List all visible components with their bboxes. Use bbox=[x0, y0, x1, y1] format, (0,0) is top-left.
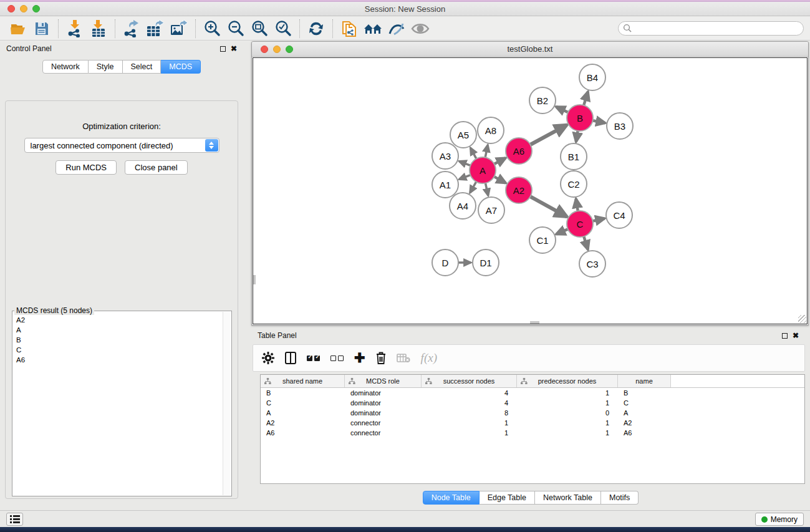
table-cell[interactable]: dominator bbox=[345, 399, 422, 407]
graph-edge-A-A1[interactable] bbox=[459, 175, 470, 180]
table-cell[interactable]: 1 bbox=[517, 399, 618, 407]
export-network-icon[interactable] bbox=[120, 19, 143, 39]
graph-edge-A-A8[interactable] bbox=[485, 145, 488, 158]
graph-edge-B-B1[interactable] bbox=[576, 131, 578, 142]
table-cell[interactable]: A2 bbox=[618, 419, 671, 427]
network-canvas[interactable]: B4B2BB3A5A8A6A3B1AA1C2A2A4A7CC4C1C3DD1 bbox=[253, 57, 808, 324]
birds-eye-view-icon[interactable] bbox=[408, 19, 432, 39]
table-cell[interactable]: 1 bbox=[517, 389, 618, 397]
resize-grip[interactable] bbox=[798, 315, 806, 323]
new-column-icon[interactable]: ✚ bbox=[354, 351, 365, 365]
graph-edge-A-A7[interactable] bbox=[485, 183, 488, 196]
graph-edge-C-C3[interactable] bbox=[584, 236, 588, 249]
tab-style[interactable]: Style bbox=[89, 60, 123, 74]
graph-node-D1[interactable]: D1 bbox=[472, 249, 499, 276]
table-row[interactable]: A6connector11A6 bbox=[261, 428, 804, 438]
memory-button[interactable]: Memory bbox=[755, 513, 804, 526]
table-cell[interactable]: 1 bbox=[422, 419, 517, 427]
graph-node-A2[interactable]: A2 bbox=[505, 177, 533, 204]
import-table-icon[interactable] bbox=[87, 19, 110, 39]
tab-motifs[interactable]: Motifs bbox=[601, 491, 639, 505]
close-panel-icon[interactable]: ✖ bbox=[231, 46, 237, 52]
column-header-MCDS-role[interactable]: MCDS role bbox=[345, 375, 422, 387]
close-panel-button[interactable]: Close panel bbox=[125, 160, 188, 175]
graphics-details-icon[interactable] bbox=[385, 19, 408, 39]
table-cell[interactable]: 4 bbox=[422, 399, 517, 407]
graph-node-C1[interactable]: C1 bbox=[529, 226, 556, 254]
zoom-network-button[interactable] bbox=[286, 46, 293, 53]
mcds-result-list[interactable]: A2ABCA6 bbox=[13, 312, 223, 495]
column-header-predecessor-nodes[interactable]: predecessor nodes bbox=[517, 375, 618, 387]
result-item[interactable]: A bbox=[16, 325, 219, 335]
graph-edge-A-A3[interactable] bbox=[459, 162, 470, 166]
apply-layout-icon[interactable] bbox=[304, 19, 328, 39]
table-cell[interactable]: B bbox=[261, 389, 345, 397]
table-cell[interactable]: A bbox=[618, 409, 671, 417]
export-table-icon[interactable] bbox=[143, 19, 167, 39]
table-mode-gear-icon[interactable] bbox=[262, 351, 274, 365]
graph-node-A[interactable]: A bbox=[469, 157, 496, 184]
float-panel-icon[interactable] bbox=[220, 46, 226, 52]
graph-node-D[interactable]: D bbox=[432, 249, 459, 276]
graph-node-A5[interactable]: A5 bbox=[450, 121, 477, 148]
zoom-out-icon[interactable] bbox=[224, 19, 248, 39]
table-cell[interactable]: 0 bbox=[517, 409, 618, 417]
welcome-screen-icon[interactable] bbox=[361, 19, 385, 39]
table-cell[interactable]: 8 bbox=[422, 409, 517, 417]
tab-mcds[interactable]: MCDS bbox=[161, 60, 201, 74]
graph-node-A8[interactable]: A8 bbox=[477, 117, 504, 144]
graph-node-C3[interactable]: C3 bbox=[579, 250, 606, 278]
export-image-icon[interactable] bbox=[167, 19, 191, 39]
table-cell[interactable]: A6 bbox=[618, 429, 671, 437]
close-window-button[interactable] bbox=[7, 5, 15, 12]
unselect-all-columns-icon[interactable] bbox=[330, 351, 344, 365]
zoom-selected-icon[interactable] bbox=[271, 19, 295, 39]
open-session-icon[interactable] bbox=[6, 19, 30, 39]
table-cell[interactable]: A6 bbox=[261, 429, 345, 437]
minimize-network-button[interactable] bbox=[273, 46, 281, 53]
graph-node-C4[interactable]: C4 bbox=[605, 201, 633, 229]
table-cell[interactable]: connector bbox=[345, 419, 422, 427]
show-columns-icon[interactable] bbox=[285, 351, 296, 365]
graph-edge-C-C4[interactable] bbox=[592, 218, 604, 221]
delete-table-icon[interactable] bbox=[397, 351, 410, 365]
column-header-successor-nodes[interactable]: successor nodes bbox=[422, 375, 517, 387]
graph-node-A3[interactable]: A3 bbox=[432, 142, 459, 170]
result-scrollbar[interactable] bbox=[223, 312, 231, 495]
graph-edge-C-C1[interactable] bbox=[556, 229, 568, 234]
graph-node-A4[interactable]: A4 bbox=[449, 192, 476, 220]
tab-edge-table[interactable]: Edge Table bbox=[480, 491, 535, 505]
table-cell[interactable]: C bbox=[261, 399, 345, 407]
task-history-button[interactable] bbox=[6, 513, 23, 526]
graph-edge-A-A2[interactable] bbox=[494, 177, 506, 183]
graph-edge-C-C2[interactable] bbox=[576, 199, 578, 211]
delete-columns-icon[interactable] bbox=[376, 351, 386, 365]
graph-node-A7[interactable]: A7 bbox=[478, 196, 505, 224]
session-documents-icon[interactable] bbox=[337, 19, 361, 39]
graph-edge-A-A6[interactable] bbox=[494, 158, 506, 164]
graph-edge-A-A5[interactable] bbox=[470, 148, 476, 158]
table-cell[interactable]: 4 bbox=[422, 389, 517, 397]
result-item[interactable]: A6 bbox=[16, 355, 219, 365]
graph-edge-B-B3[interactable] bbox=[593, 120, 605, 123]
result-item[interactable]: B bbox=[16, 335, 219, 345]
run-mcds-button[interactable]: Run MCDS bbox=[55, 160, 117, 175]
table-cell[interactable]: dominator bbox=[345, 389, 422, 397]
zoom-fit-icon[interactable] bbox=[248, 19, 271, 39]
graph-node-B4[interactable]: B4 bbox=[579, 64, 606, 91]
tab-network[interactable]: Network bbox=[42, 60, 89, 74]
graph-node-C2[interactable]: C2 bbox=[560, 170, 587, 198]
close-network-button[interactable] bbox=[261, 46, 268, 53]
graph-node-B3[interactable]: B3 bbox=[606, 112, 634, 140]
table-cell[interactable]: dominator bbox=[345, 409, 422, 417]
table-cell[interactable]: connector bbox=[345, 429, 422, 437]
canvas-hscroll-thumb[interactable] bbox=[530, 321, 539, 324]
graph-edge-A2-C[interactable] bbox=[530, 196, 567, 216]
select-all-columns-icon[interactable] bbox=[307, 351, 320, 365]
graph-edge-A6-B[interactable] bbox=[530, 125, 566, 145]
criterion-select[interactable]: largest connected component (directed) bbox=[24, 138, 219, 153]
float-panel-icon[interactable] bbox=[782, 333, 788, 339]
import-network-icon[interactable] bbox=[63, 19, 87, 39]
table-cell[interactable]: A2 bbox=[261, 419, 345, 427]
table-cell[interactable]: A bbox=[261, 409, 345, 417]
